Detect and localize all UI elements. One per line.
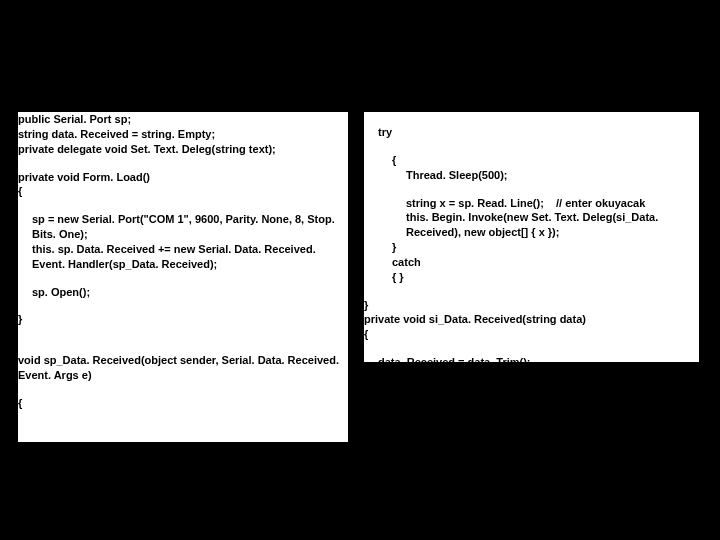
- blank-line: [18, 272, 348, 285]
- code-line: { }: [364, 270, 699, 285]
- blank-line: [364, 140, 699, 153]
- code-line: public Serial. Port sp;: [18, 112, 348, 127]
- code-line: string data. Received = string. Empty;: [18, 127, 348, 142]
- code-line: }: [364, 298, 699, 313]
- code-line: this. sp. Data. Received += new Serial. …: [18, 242, 348, 272]
- blank-line: [18, 383, 348, 396]
- blank-line: [18, 299, 348, 312]
- blank-line: [364, 112, 699, 125]
- blank-line: [364, 183, 699, 196]
- code-line: sp = new Serial. Port("COM 1", 9600, Par…: [18, 212, 348, 242]
- blank-line: [18, 157, 348, 170]
- blank-line: [18, 340, 348, 353]
- code-line: {: [364, 153, 699, 168]
- blank-line: [18, 327, 348, 340]
- code-line: string x = sp. Read. Line(); // enter ok…: [364, 196, 699, 211]
- blank-line: [18, 199, 348, 212]
- code-line: }: [18, 312, 348, 327]
- slide: public Serial. Port sp; string data. Rec…: [0, 0, 720, 540]
- code-line: private void Form. Load(): [18, 170, 348, 185]
- code-line: catch: [364, 255, 699, 270]
- code-line: private void si_Data. Received(string da…: [364, 312, 699, 327]
- code-line: data. Received = data. Trim();: [364, 355, 699, 370]
- code-line: {: [18, 396, 348, 411]
- blank-line: [364, 342, 699, 355]
- code-line: Thread. Sleep(500);: [364, 168, 699, 183]
- code-right-column: try { Thread. Sleep(500); string x = sp.…: [364, 112, 699, 362]
- code-line: this. Begin. Invoke(new Set. Text. Deleg…: [364, 210, 699, 240]
- code-line: {: [18, 184, 348, 199]
- code-line: {: [364, 327, 699, 342]
- code-line: void sp_Data. Received(object sender, Se…: [18, 353, 348, 383]
- code-line: try: [364, 125, 699, 140]
- code-left-column: public Serial. Port sp; string data. Rec…: [18, 112, 348, 442]
- code-line: }: [364, 240, 699, 255]
- code-line: }: [364, 383, 699, 398]
- blank-line: [364, 285, 699, 298]
- code-line: private delegate void Set. Text. Deleg(s…: [18, 142, 348, 157]
- code-line: sp. Open();: [18, 285, 348, 300]
- blank-line: [364, 370, 699, 383]
